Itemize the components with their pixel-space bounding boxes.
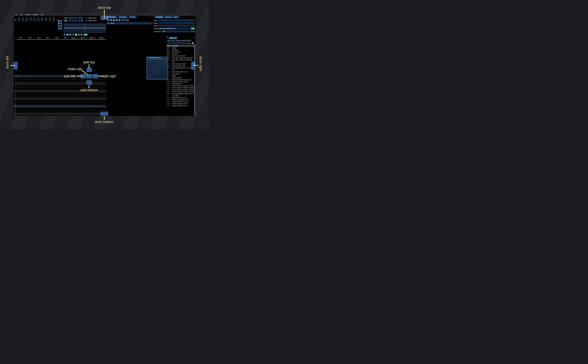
effect-row-0bxx[interactable]: 0BxxJump to pattern — [167, 73, 194, 75]
order-cell[interactable]: 00 — [17, 19, 21, 20]
pattern-cell[interactable] — [70, 90, 79, 92]
pattern-cell[interactable] — [26, 83, 34, 84]
pattern-cell[interactable] — [17, 86, 25, 88]
pattern-cell[interactable] — [26, 79, 34, 81]
effect-row-0cxx[interactable]: 0CxxRetrigger — [167, 75, 194, 77]
pattern-cell[interactable] — [53, 83, 61, 84]
pattern-cell[interactable] — [97, 107, 105, 109]
pattern-row[interactable]: 15 — [13, 104, 106, 105]
pattern-cell[interactable] — [44, 96, 52, 98]
effect-row-1axx[interactable]: 1AxxSet attack of operator 1 (0 to 1F) — [167, 101, 194, 103]
pattern-cell[interactable] — [35, 77, 43, 79]
pattern-cell[interactable] — [70, 109, 79, 111]
pattern-cell[interactable] — [17, 100, 25, 102]
pattern-cell[interactable] — [26, 75, 34, 77]
channel-header-square-3[interactable]: Square 3 — [88, 37, 97, 39]
pattern-cell[interactable] — [44, 90, 52, 92]
pattern-cell[interactable] — [97, 96, 105, 98]
pattern-cell[interactable] — [35, 75, 43, 77]
tab-instruments[interactable]: Instruments — [107, 16, 117, 18]
pattern-cell[interactable] — [44, 104, 52, 105]
pattern-cell[interactable] — [26, 115, 34, 116]
oscilloscope-xy-window[interactable]: Oscilloscope (X-Y) × — [146, 56, 168, 80]
pattern-cell[interactable] — [97, 86, 105, 88]
pattern-cell[interactable] — [53, 79, 61, 81]
follow-orders-checkbox[interactable]: ✓ — [86, 17, 87, 19]
pattern-cell[interactable] — [44, 105, 52, 107]
pattern-cell[interactable] — [70, 115, 79, 116]
menu-item-help[interactable]: help — [41, 14, 43, 15]
pattern-cell[interactable] — [44, 88, 52, 90]
oscilloscope-title-bar[interactable]: Oscilloscope (X-Y) × — [146, 56, 168, 59]
pattern-cell[interactable] — [61, 81, 70, 83]
order-cell[interactable]: 00 — [48, 19, 52, 20]
order-move-down-button[interactable]: ∨ — [58, 25, 60, 27]
pattern-corner-button[interactable]: ++ — [14, 37, 15, 39]
order-duplicate-button[interactable] — [58, 22, 60, 25]
effect-search-input[interactable] — [167, 42, 185, 44]
tuning-increase-button[interactable]: + — [193, 30, 195, 32]
channel-header-fm-5[interactable]: FM 5 — [52, 37, 61, 39]
pattern-cell[interactable] — [44, 115, 52, 116]
pattern-cell[interactable] — [61, 100, 70, 102]
effect-row-1bxx[interactable]: 1BxxSet attack of operator 2 (0 to 1F) — [167, 103, 194, 105]
pattern-cell[interactable] — [35, 94, 43, 96]
pattern-cell[interactable] — [35, 100, 43, 102]
tab-samples[interactable]: Samples — [129, 16, 137, 18]
pattern-cell[interactable] — [61, 92, 70, 94]
pattern-cell[interactable] — [35, 113, 43, 115]
effect-row-1cxx[interactable]: 1CxxSet attack of operator 3 (0 to 1F) — [167, 105, 194, 107]
poly-toggle-button[interactable]: Poly — [84, 33, 88, 36]
pattern-cell[interactable] — [61, 107, 70, 109]
pattern-cell[interactable] — [35, 79, 43, 81]
pattern-cell[interactable] — [97, 88, 105, 90]
pattern-cell[interactable] — [26, 105, 34, 107]
pattern-cell[interactable] — [53, 92, 61, 94]
pattern-cell[interactable] — [88, 102, 96, 104]
tab-speed[interactable]: Speed — [173, 16, 179, 18]
pattern-cell[interactable] — [88, 115, 96, 116]
pattern-cell[interactable] — [70, 79, 79, 81]
menu-item-file[interactable]: file — [15, 14, 17, 15]
pattern-cell[interactable] — [70, 113, 79, 115]
channel-header-square-2[interactable]: Square 2 — [79, 37, 88, 39]
resize-grip[interactable] — [166, 79, 168, 80]
pattern-cell[interactable] — [35, 90, 43, 92]
pattern-cell[interactable] — [35, 84, 43, 86]
order-cell[interactable]: 00 — [33, 19, 36, 20]
pattern-cell[interactable] — [88, 98, 96, 100]
pattern-cell[interactable] — [17, 98, 25, 100]
pattern-cell[interactable] — [88, 105, 96, 107]
channel-header-fm-2[interactable]: FM 2 — [26, 37, 34, 39]
pattern-cell[interactable] — [97, 90, 105, 92]
pattern-cell[interactable] — [88, 107, 96, 109]
pattern-cell[interactable] — [79, 79, 87, 81]
pattern-cell[interactable] — [17, 107, 25, 109]
pattern-row[interactable]: 1 — [13, 77, 106, 79]
order-cell[interactable]: 00 — [40, 19, 44, 20]
pattern-cell[interactable] — [35, 98, 43, 100]
pattern-cell[interactable] — [35, 107, 43, 109]
effect-row-03xx[interactable]: 03xxPortamento — [167, 53, 194, 55]
pattern-cell[interactable] — [53, 102, 61, 104]
effect-row-01xx[interactable]: 01xxPitch slide up — [167, 49, 194, 51]
pattern-cell[interactable] — [44, 102, 52, 104]
pattern-cell[interactable] — [97, 102, 105, 104]
pattern-cell[interactable] — [26, 88, 34, 90]
pattern-cell[interactable] — [79, 111, 87, 113]
pattern-cell[interactable] — [44, 98, 52, 100]
effect-row-17xx[interactable]: 17xxToggle PCM mode (LEGACY) — [167, 97, 194, 99]
pattern-row[interactable]: 2 — [13, 79, 106, 81]
pattern-cell[interactable] — [44, 111, 52, 113]
pattern-cell[interactable] — [26, 98, 34, 100]
album-input[interactable] — [159, 25, 195, 27]
pattern-cell[interactable] — [61, 113, 70, 115]
pattern-row[interactable]: 13 — [13, 100, 106, 102]
pattern-cell[interactable] — [44, 83, 52, 84]
effect-row-13xx[interactable]: 13xxSet level of operator 2 (0 highest, … — [167, 87, 194, 89]
pattern-cell[interactable] — [88, 84, 96, 86]
effect-row-0fxx[interactable]: 0FxxSet speed (speed 2 if no grooves exi… — [167, 79, 194, 81]
pattern-cell[interactable] — [26, 77, 34, 79]
pattern-cell[interactable] — [35, 109, 43, 111]
pattern-cell[interactable] — [70, 105, 79, 107]
